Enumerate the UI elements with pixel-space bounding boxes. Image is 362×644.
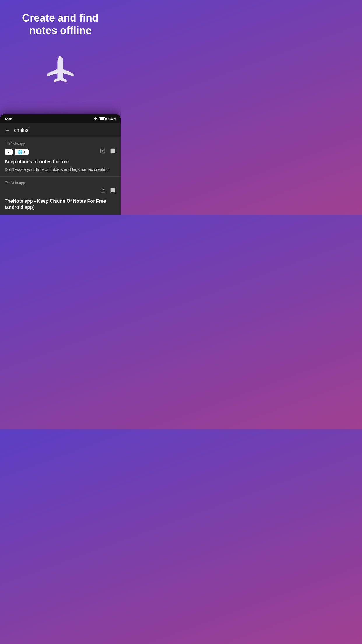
- search-results: TheNote.app 7 🌐 1: [0, 137, 121, 215]
- edit-icon[interactable]: [100, 148, 106, 156]
- result-title-2: TheNote.app - Keep Chains Of Notes For F…: [5, 198, 116, 211]
- battery-icon: [99, 117, 107, 120]
- svg-rect-0: [101, 149, 105, 153]
- back-button[interactable]: ←: [5, 127, 10, 134]
- battery-percent: 94%: [108, 117, 116, 121]
- tag-number[interactable]: 7: [5, 149, 13, 155]
- tag-globe-value: 1: [24, 150, 26, 154]
- airplane-mode-icon: ✈: [94, 116, 97, 121]
- hero-title: Create and find notes offline: [0, 12, 121, 37]
- status-right: ✈ 94%: [94, 116, 116, 121]
- status-bar: 4:38 ✈ 94%: [0, 114, 121, 123]
- top-section: Create and find notes offline: [0, 0, 121, 114]
- result-card-1[interactable]: TheNote.app 7 🌐 1: [0, 137, 121, 177]
- battery-body: [99, 117, 106, 120]
- status-time: 4:38: [5, 117, 12, 121]
- result-actions: [100, 148, 116, 156]
- result-meta-1: 7 🌐 1: [5, 148, 116, 156]
- result-card-2[interactable]: TheNote.app TheNote.a: [0, 177, 121, 215]
- tag-number-value: 7: [8, 150, 10, 154]
- tag-globe[interactable]: 🌐 1: [15, 149, 29, 155]
- battery-fill: [100, 118, 104, 120]
- result-source-2: TheNote.app: [5, 181, 116, 185]
- result-meta-2: [5, 187, 116, 195]
- text-cursor: [29, 128, 29, 133]
- result-actions-2: [100, 187, 116, 195]
- search-bar[interactable]: ← chains: [0, 123, 121, 137]
- result-source-1: TheNote.app: [5, 141, 116, 146]
- bookmark-icon-1[interactable]: [110, 148, 116, 156]
- airplane-icon: [43, 54, 78, 89]
- bookmark-icon-2[interactable]: [110, 187, 116, 195]
- result-tags: 7 🌐 1: [5, 149, 29, 155]
- share-icon[interactable]: [100, 188, 106, 195]
- battery-tip: [106, 118, 107, 120]
- search-input[interactable]: chains: [14, 127, 116, 133]
- result-title-1: Keep chains of notes for free: [5, 159, 116, 165]
- result-desc-1: Don't waste your time on folders and tag…: [5, 167, 116, 173]
- globe-icon: 🌐: [18, 150, 22, 154]
- phone-mockup: 4:38 ✈ 94% ← chains TheNote.app: [0, 114, 121, 215]
- search-query: chains: [14, 127, 28, 133]
